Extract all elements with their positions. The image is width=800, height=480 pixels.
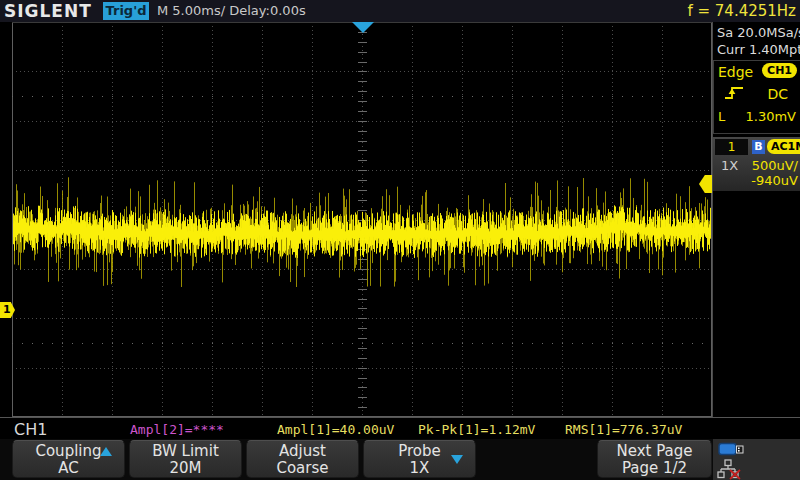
bw-limit-label: BW Limit (130, 443, 241, 460)
channel-coupling-badge: AC1M (767, 139, 800, 154)
trigger-info-panel: Edge CH1 DC L 1.30mV (713, 60, 800, 134)
memory-depth: Curr 1.40Mpts (717, 41, 800, 58)
coupling-up-arrow-icon (100, 447, 112, 456)
sample-rate: Sa 20.0MSa/s (717, 24, 800, 41)
active-channel-label: CH1 (14, 420, 47, 439)
channel-offset: -940uV (751, 173, 798, 188)
trigger-source-badge: CH1 (762, 63, 797, 78)
next-page-value: Page 1/2 (598, 460, 711, 476)
adjust-button[interactable]: Adjust Coarse (246, 440, 359, 478)
coupling-button[interactable]: Coupling AC (12, 440, 125, 478)
adjust-value: Coarse (247, 460, 358, 476)
trigger-coupling: DC (767, 86, 788, 102)
measurement-rms-ch1: RMS[1]=776.37uV (565, 422, 682, 437)
adjust-label: Adjust (247, 443, 358, 460)
siglent-logo: SIGLENT (4, 1, 92, 21)
measurement-ampl-ch2: Ampl[2]=**** (130, 422, 224, 437)
volts-per-div: 500uV/ (752, 158, 798, 173)
channel-number: 1 (715, 139, 748, 155)
channel1-descriptor[interactable]: 1 B AC1M 1X 500uV/ -940uV (713, 137, 800, 191)
probe-button[interactable]: Probe 1X (363, 440, 476, 478)
trigger-level-label: L (718, 109, 725, 124)
measurement-pkpk-ch1: Pk-Pk[1]=1.12mV (418, 422, 535, 437)
waveform-area: 1 (0, 22, 712, 417)
coupling-value: AC (13, 460, 124, 476)
timebase-readout: M 5.00ms/ Delay:0.00s (157, 3, 306, 18)
next-page-button[interactable]: Next Page Page 1/2 (597, 440, 712, 478)
next-page-label: Next Page (598, 443, 711, 460)
probe-attenuation: 1X (721, 158, 738, 173)
trigger-level-value: 1.30mV (745, 109, 796, 124)
frequency-counter-readout: f = 74.4251Hz (687, 2, 796, 20)
status-icon-panel (713, 439, 800, 480)
measurement-row: CH1 Ampl[2]=**** Ampl[1]=40.00uV Pk-Pk[1… (0, 417, 800, 440)
measurement-ampl-ch1: Ampl[1]=40.00uV (277, 422, 394, 437)
trigger-type: Edge (718, 64, 753, 80)
bw-limit-value: 20M (130, 460, 241, 476)
softkey-menu-bar: Coupling AC BW Limit 20M Adjust Coarse P… (0, 439, 800, 480)
bw-limit-button[interactable]: BW Limit 20M (129, 440, 242, 478)
status-sidebar: Sa 20.0MSa/s Curr 1.40Mpts Edge CH1 DC L… (712, 22, 800, 417)
rising-edge-icon (724, 85, 744, 105)
lan-disconnected-icon (717, 459, 745, 480)
acquisition-info: Sa 20.0MSa/s Curr 1.40Mpts (717, 24, 800, 58)
bandwidth-limit-badge: B (752, 140, 765, 154)
graticule-canvas (12, 22, 712, 417)
top-status-bar: SIGLENT Trig'd M 5.00ms/ Delay:0.00s f =… (0, 0, 800, 22)
trigger-status-badge: Trig'd (103, 2, 149, 20)
probe-down-arrow-icon (451, 455, 463, 464)
oscilloscope-screen: SIGLENT Trig'd M 5.00ms/ Delay:0.00s f =… (0, 0, 800, 480)
